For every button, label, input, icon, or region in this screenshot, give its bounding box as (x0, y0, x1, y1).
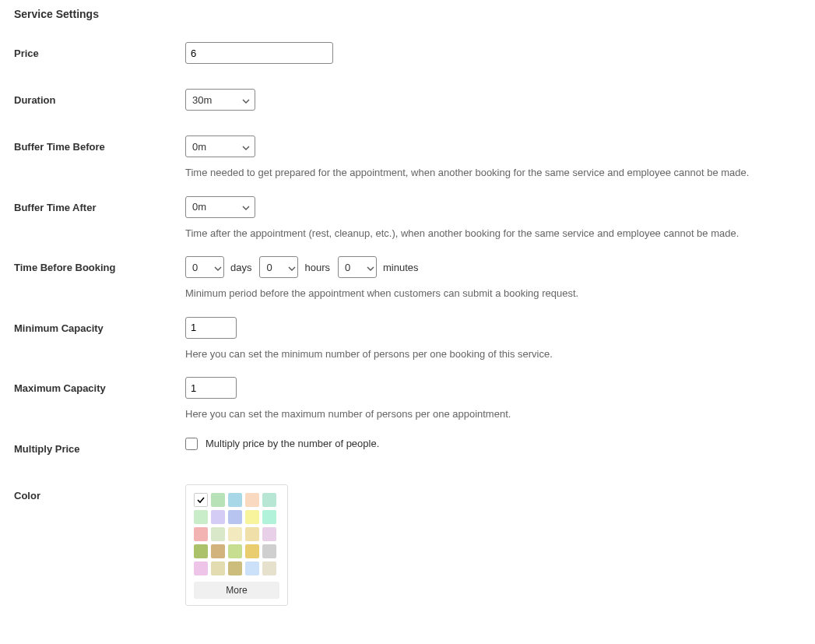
color-swatch[interactable] (262, 510, 276, 524)
chevron-down-icon (242, 201, 250, 213)
buffer-before-description: Time needed to get prepared for the appo… (185, 165, 801, 181)
buffer-after-row: Buffer Time After 0m Time after the appo… (14, 182, 801, 243)
buffer-before-label: Buffer Time Before (14, 135, 185, 153)
color-row: Color More (14, 470, 801, 607)
duration-row: Duration 30m (14, 75, 801, 121)
color-swatch[interactable] (228, 544, 242, 558)
price-input[interactable] (185, 42, 333, 64)
tbb-days-select[interactable]: 0 (185, 256, 224, 278)
buffer-after-description: Time after the appointment (rest, cleanu… (185, 226, 801, 241)
buffer-before-row: Buffer Time Before 0m Time needed to get… (14, 121, 801, 182)
color-swatch[interactable] (194, 493, 208, 507)
color-swatch[interactable] (245, 493, 259, 507)
tbb-minutes-value: 0 (345, 262, 350, 273)
color-swatch[interactable] (194, 544, 208, 558)
min-capacity-row: Minimum Capacity Here you can set the mi… (14, 303, 801, 364)
price-label: Price (14, 42, 185, 59)
chevron-down-icon (214, 262, 222, 273)
color-swatch[interactable] (228, 561, 242, 575)
color-swatch[interactable] (211, 544, 225, 558)
tbb-hours-value: 0 (266, 262, 272, 273)
tbb-description: Minimum period before the appointment wh… (185, 286, 801, 301)
time-before-booking-label: Time Before Booking (14, 256, 185, 273)
buffer-after-value: 0m (192, 201, 206, 213)
tbb-days-value: 0 (192, 262, 198, 273)
color-palette: More (185, 484, 288, 606)
check-icon (196, 495, 206, 505)
chevron-down-icon (288, 262, 296, 273)
color-swatch[interactable] (194, 510, 208, 524)
color-label: Color (14, 484, 185, 501)
color-swatch[interactable] (211, 510, 225, 524)
color-swatch[interactable] (211, 493, 225, 507)
multiply-price-checkbox-text: Multiply price by the number of people. (206, 438, 379, 449)
tbb-hours-unit: hours (304, 262, 330, 273)
time-before-booking-row: Time Before Booking 0 days 0 (14, 242, 801, 303)
duration-select[interactable]: 30m (185, 89, 255, 111)
max-capacity-label: Maximum Capacity (14, 377, 185, 394)
price-row: Price (14, 28, 801, 75)
section-title: Service Settings (14, 0, 801, 28)
color-more-button[interactable]: More (194, 582, 279, 599)
tbb-days-unit: days (230, 262, 251, 273)
chevron-down-icon (367, 262, 374, 273)
buffer-after-select[interactable]: 0m (185, 196, 255, 218)
color-swatch[interactable] (194, 527, 208, 541)
color-swatch[interactable] (211, 527, 225, 541)
color-swatch[interactable] (194, 561, 208, 575)
min-capacity-description: Here you can set the minimum number of p… (185, 347, 801, 362)
color-swatch[interactable] (245, 544, 259, 558)
duration-label: Duration (14, 89, 185, 106)
tbb-minutes-unit: minutes (383, 262, 419, 273)
min-capacity-input[interactable] (185, 317, 237, 339)
buffer-before-value: 0m (192, 141, 206, 153)
chevron-down-icon (242, 94, 250, 106)
color-swatch[interactable] (211, 561, 225, 575)
multiply-price-row: Multiply Price Multiply price by the num… (14, 424, 801, 470)
color-swatch[interactable] (262, 561, 276, 575)
color-swatch[interactable] (245, 510, 259, 524)
duration-value: 30m (192, 94, 212, 106)
multiply-price-label: Multiply Price (14, 438, 185, 455)
min-capacity-label: Minimum Capacity (14, 317, 185, 334)
buffer-after-label: Buffer Time After (14, 196, 185, 213)
color-swatch[interactable] (228, 493, 242, 507)
tbb-hours-select[interactable]: 0 (259, 256, 298, 278)
max-capacity-description: Here you can set the maximum number of p… (185, 406, 801, 422)
color-swatch[interactable] (228, 527, 242, 541)
chevron-down-icon (242, 141, 250, 153)
color-swatch[interactable] (262, 493, 276, 507)
tbb-minutes-select[interactable]: 0 (338, 256, 377, 278)
multiply-price-checkbox[interactable] (185, 438, 198, 450)
color-swatch[interactable] (228, 510, 242, 524)
color-swatch[interactable] (262, 544, 276, 558)
color-swatch[interactable] (245, 527, 259, 541)
max-capacity-input[interactable] (185, 377, 237, 399)
buffer-before-select[interactable]: 0m (185, 135, 255, 157)
color-swatch[interactable] (245, 561, 259, 575)
multiply-price-checkbox-label[interactable]: Multiply price by the number of people. (185, 438, 379, 450)
color-swatch[interactable] (262, 527, 276, 541)
max-capacity-row: Maximum Capacity Here you can set the ma… (14, 363, 801, 424)
